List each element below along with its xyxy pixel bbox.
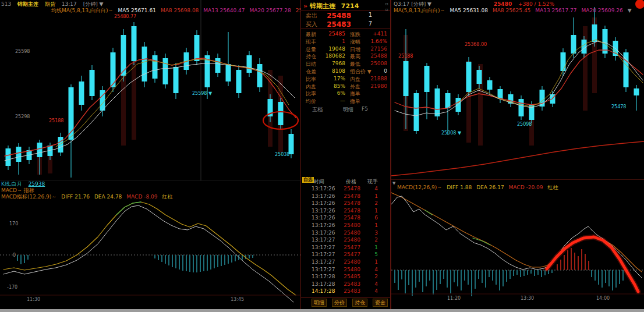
diff-white [3, 205, 293, 302]
left-candlestick-chart[interactable]: 255982529825480.772518825598 ▼25038 [0, 0, 300, 180]
tick-row[interactable]: 13:17:28254852 [301, 274, 390, 281]
y-axis-label: 25298 [15, 114, 30, 119]
green-segment [425, 210, 432, 215]
price-tag: 25098 [517, 122, 532, 127]
quote-field: 最新 [306, 31, 316, 38]
quote-field: 比率 [306, 76, 316, 83]
right-macd-chart[interactable]: 11:2013:3014:00 [391, 180, 644, 312]
book-price: 25488 [321, 12, 351, 20]
tick-row[interactable]: 13:17:27254801 [301, 259, 390, 266]
left-candlestick-panel: 255982529825480.772518825598 ▼25038 513 … [0, 0, 300, 180]
quote-field: 日增 [350, 46, 360, 54]
quote-field: 撤单 [350, 98, 360, 105]
x-axis-label: 14:00 [596, 296, 610, 301]
quote-field: 内盘 [350, 76, 360, 83]
quote-field: 21888 [362, 76, 387, 81]
tick-row[interactable]: 13:17:26254801 [301, 222, 390, 229]
tick-price: 25478 [338, 215, 360, 221]
left-macd-chart[interactable]: 1700-17011:3013:45 [0, 181, 300, 312]
tick-row[interactable]: 13:17:26254803 [301, 230, 390, 237]
right-candlestick-chart[interactable]: 2518825368.0025008 ▼2509825478 [391, 0, 644, 179]
price-tag: 25188 [49, 118, 63, 123]
right-indicator-panel: 11:2013:3014:00 ▼ MACD(12,26,9)～DIFF 1.8… [391, 179, 644, 312]
price-tag: 25598 ▼ [192, 91, 213, 96]
quote-field: 8108 [319, 68, 345, 74]
tick-time: 13:17:26 [312, 186, 335, 192]
candlesticks [6, 22, 294, 178]
x-axis-label: 11:20 [447, 296, 461, 301]
quote-field: 仓差 [306, 68, 316, 76]
diff-white [391, 196, 642, 278]
tick-volume: 2 [366, 274, 378, 279]
quote-field: 最低 [350, 61, 360, 68]
tick-price: 25478 [338, 186, 360, 192]
tick-time: 13:17:27 [312, 237, 335, 243]
footer-tab[interactable]: 持仓 [352, 299, 367, 307]
quote-row: 日结7968最低25008 [301, 61, 390, 68]
ticks-column-header: 时间 [314, 178, 324, 186]
quote-field: 6% [319, 90, 345, 96]
tick-volume: 1 [366, 244, 378, 250]
green-segment [473, 238, 490, 245]
x-axis-label: 13:30 [521, 296, 534, 301]
tick-volume: 5 [366, 251, 378, 257]
tick-row[interactable]: 13:17:27254771 [301, 244, 390, 251]
quote-field: 1.64% [362, 38, 387, 44]
quote-field: 比率 [306, 90, 316, 98]
tick-row[interactable]: 13:17:26254782 [301, 200, 390, 207]
footer-tab[interactable]: 明细 [312, 299, 327, 307]
contract-name[interactable]: 锌期主连 [310, 2, 335, 10]
window-controls: ▫▫ [385, 2, 388, 12]
quote-row: 现手1涨幅1.64% [301, 38, 390, 45]
quote-field: 17% [319, 76, 345, 81]
subbar-tab[interactable]: F5 [362, 106, 368, 112]
y-axis-label: 0 [13, 253, 16, 258]
quote-field: 21980 [362, 83, 387, 89]
tick-row[interactable]: 13:17:28254834 [301, 281, 390, 288]
tick-time: 13:17:27 [312, 267, 335, 272]
tick-row[interactable]: 14:17:28254834 [301, 288, 390, 295]
tick-row[interactable]: 13:17:26254786 [301, 215, 390, 222]
tick-row[interactable]: 13:17:27254775 [301, 251, 390, 258]
contract-code: 7214 [341, 2, 359, 10]
quote-field: 0 [362, 68, 387, 74]
tick-row[interactable]: 13:17:27254804 [301, 267, 390, 274]
candlesticks [404, 7, 639, 135]
tick-price: 25483 [338, 281, 360, 287]
subbar-tab[interactable]: 五档 [312, 106, 323, 114]
dea-yellow [3, 202, 296, 295]
quote-row: 均价—撤单 [301, 98, 390, 105]
tick-row[interactable]: 13:17:26254784 [301, 186, 390, 193]
tick-price: 25480 [338, 267, 360, 272]
tick-time: 13:17:26 [312, 215, 335, 221]
quote-field: 涨幅 [350, 38, 360, 46]
tick-row[interactable]: 13:17:26254781 [301, 208, 390, 215]
tick-time: 13:17:26 [312, 200, 335, 206]
quote-field: 内盘 [306, 83, 316, 91]
window-icon[interactable]: ▫ [385, 2, 388, 6]
ask-row: 卖出254881 [301, 12, 390, 20]
tick-volume: 2 [366, 237, 378, 243]
quote-row: 总量19048日增27156 [301, 46, 390, 53]
x-axis-label: 13:45 [231, 297, 244, 302]
tick-price: 25477 [338, 244, 360, 250]
quote-field: 1 [319, 38, 345, 44]
tick-volume: 3 [366, 230, 378, 236]
tick-row[interactable]: 13:17:27254802 [301, 237, 390, 244]
book-label: 卖出 [306, 12, 317, 20]
tick-row[interactable]: 13:17:26254781 [301, 193, 390, 200]
footer-tab[interactable]: 资金 [373, 299, 388, 307]
subbar-tab[interactable]: 明细 [343, 106, 353, 114]
price-tag: 25480.77 [114, 14, 136, 19]
price-tag: 25008 ▼ [441, 130, 462, 136]
footer-tab[interactable]: 分价 [332, 299, 347, 307]
quote-field: 现手 [306, 38, 316, 46]
left-indicator-panel: 1700-17011:3013:45 K线,白月 25938 MACD～ 指标 … [0, 180, 300, 312]
tick-time: 13:17:26 [312, 208, 335, 214]
quote-field: 19048 [319, 46, 345, 52]
tick-price: 25480 [338, 222, 360, 228]
histogram [395, 270, 623, 296]
watchlist-badge[interactable]: 自选 [302, 177, 314, 183]
quote-panel: » 锌期主连 7214 ▫▫ 卖出254881买入254837 最新25485涨… [300, 0, 391, 312]
ghost-candles [406, 17, 595, 146]
